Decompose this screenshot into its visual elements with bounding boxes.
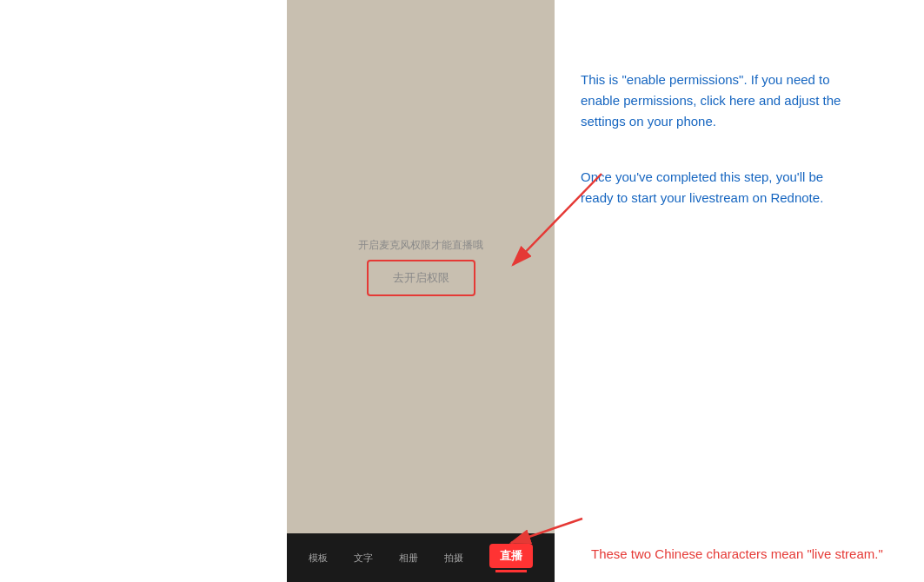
bottom-bar: 模板 文字 相册 拍摄 直播 (287, 533, 555, 582)
annotation-top-text: This is "enable permissions". If you nee… (581, 69, 859, 132)
phone-area: 开启麦克风权限才能直播哦 去开启权限 模板 文字 相册 拍摄 直播 (287, 0, 555, 582)
annotation-top: This is "enable permissions". If you nee… (581, 69, 898, 132)
live-underline (495, 570, 527, 572)
bottom-label-shoot: 拍摄 (444, 552, 463, 565)
annotation-bottom-container: These two Chinese characters mean "live … (591, 544, 883, 565)
bottom-label-template: 模板 (309, 552, 328, 565)
left-panel (0, 0, 287, 582)
bottom-item-template[interactable]: 模板 (309, 552, 328, 565)
annotation-bottom-text: These two Chinese characters mean "live … (591, 544, 883, 565)
permission-text-zh: 开启麦克风权限才能直播哦 (358, 238, 483, 253)
main-container: 开启麦克风权限才能直播哦 去开启权限 模板 文字 相册 拍摄 直播 (0, 0, 924, 582)
annotation-middle: Once you've completed this step, you'll … (581, 167, 898, 208)
bottom-label-text: 文字 (354, 552, 373, 565)
bottom-item-shoot[interactable]: 拍摄 (444, 552, 463, 565)
permission-button[interactable]: 去开启权限 (376, 265, 467, 291)
phone-screen: 开启麦克风权限才能直播哦 去开启权限 (287, 0, 555, 533)
bottom-item-album[interactable]: 相册 (399, 552, 418, 565)
right-panel: This is "enable permissions". If you nee… (555, 0, 924, 582)
annotation-middle-text: Once you've completed this step, you'll … (581, 167, 859, 208)
bottom-label-album: 相册 (399, 552, 418, 565)
permission-button-wrapper: 去开启权限 (367, 260, 475, 296)
live-button[interactable]: 直播 (489, 544, 533, 568)
bottom-item-text[interactable]: 文字 (354, 552, 373, 565)
live-button-container: 直播 (489, 544, 533, 572)
